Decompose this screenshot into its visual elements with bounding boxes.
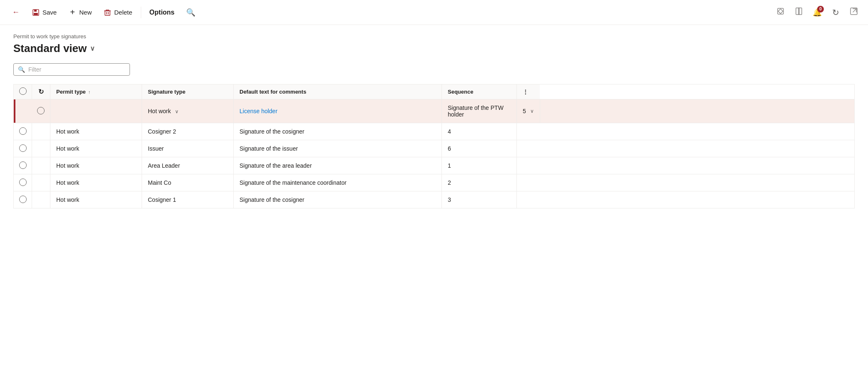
row-checkbox[interactable] <box>19 127 27 135</box>
row-checkbox[interactable] <box>19 196 27 203</box>
filter-input[interactable] <box>28 66 125 73</box>
row-checkbox-cell <box>14 157 32 174</box>
options-label: Options <box>150 9 175 16</box>
back-icon: ← <box>12 8 20 17</box>
new-label: New <box>79 9 92 16</box>
bell-button[interactable]: 🔔 0 <box>810 5 825 20</box>
svg-rect-2 <box>34 13 38 15</box>
row-permit-type: Hot work <box>50 123 142 140</box>
page-title-container[interactable]: Standard view ∨ <box>13 42 855 55</box>
row-more-cell <box>517 174 540 191</box>
row-checkbox[interactable] <box>37 107 45 114</box>
app-container: ← Save + New <box>0 0 868 382</box>
back-button[interactable]: ← <box>7 6 25 19</box>
th-checkbox <box>14 84 32 99</box>
external-link-button[interactable] <box>846 5 861 20</box>
page-title-text: Standard view <box>13 42 87 55</box>
row-permit-type: Hot work <box>50 157 142 174</box>
th-more[interactable]: ⋮ <box>517 84 540 99</box>
row-default-text: Signature of the PTW holder <box>442 99 517 123</box>
row-signature-link[interactable]: License holder <box>239 108 277 114</box>
table-row[interactable]: Hot workIssuerSignature of the issuer6 <box>14 140 855 157</box>
table-row[interactable]: Hot workArea LeaderSignature of the area… <box>14 157 855 174</box>
row-more-cell <box>517 191 540 208</box>
th-permit-type[interactable]: Permit type ↑ <box>50 84 142 99</box>
row-refresh-cell <box>50 99 142 123</box>
row-permit-type: Hot work ∨ <box>142 99 234 123</box>
refresh-icon: ↻ <box>832 7 839 17</box>
row-checkbox[interactable] <box>19 144 27 152</box>
book-button[interactable] <box>791 5 806 20</box>
diamond-button[interactable] <box>773 5 788 20</box>
row-sequence-chevron-icon[interactable]: ∨ <box>530 108 534 114</box>
row-sequence: 6 <box>442 140 517 157</box>
options-button[interactable]: Options <box>145 6 180 19</box>
svg-rect-3 <box>105 11 110 15</box>
row-default-text: Signature of the cosigner <box>234 191 442 208</box>
page-title-chevron-icon: ∨ <box>90 45 95 52</box>
th-refresh: ↻ <box>32 84 50 99</box>
row-more-cell <box>517 157 540 174</box>
delete-icon <box>103 8 112 17</box>
refresh-button[interactable]: ↻ <box>828 5 843 20</box>
row-signature-type[interactable]: License holder <box>234 99 442 123</box>
sort-up-icon: ↑ <box>88 89 91 94</box>
save-button[interactable]: Save <box>27 6 62 19</box>
save-label: Save <box>42 9 57 16</box>
notification-badge: 0 <box>817 6 824 12</box>
row-default-text: Signature of the area leader <box>234 157 442 174</box>
row-more-cell <box>517 140 540 157</box>
row-signature-type: Cosigner 1 <box>142 191 234 208</box>
delete-label: Delete <box>114 9 132 16</box>
new-button[interactable]: + New <box>63 6 97 19</box>
row-signature-type: Issuer <box>142 140 234 157</box>
row-checkbox[interactable] <box>19 179 27 186</box>
toolbar-left: ← Save + New <box>7 5 771 20</box>
row-permit-type: Hot work <box>50 174 142 191</box>
filter-box: 🔍 <box>13 63 130 76</box>
table-header-row: ↻ Permit type ↑ Signature type Default t… <box>14 84 855 99</box>
row-refresh-cell <box>32 157 50 174</box>
header-checkbox[interactable] <box>19 87 27 95</box>
svg-rect-1 <box>34 10 37 12</box>
page-content: Permit to work type signatures Standard … <box>0 25 868 382</box>
th-sequence-label: Sequence <box>448 89 473 95</box>
diamond-icon <box>776 7 785 18</box>
row-default-text: Signature of the issuer <box>234 140 442 157</box>
row-checkbox[interactable] <box>19 161 27 169</box>
row-permit-type: Hot work <box>50 191 142 208</box>
table-row[interactable]: Hot workCosigner 1Signature of the cosig… <box>14 191 855 208</box>
toolbar-right: 🔔 0 ↻ <box>773 5 861 20</box>
filter-search-icon: 🔍 <box>18 66 25 73</box>
table-row[interactable]: Hot workCosigner 2Signature of the cosig… <box>14 123 855 140</box>
table-row[interactable]: Hot workMaint CoSignature of the mainten… <box>14 174 855 191</box>
th-sequence: Sequence <box>442 84 517 99</box>
svg-rect-7 <box>798 8 802 15</box>
breadcrumb: Permit to work type signatures <box>13 33 855 40</box>
header-refresh-icon[interactable]: ↻ <box>32 88 50 96</box>
row-refresh-cell <box>32 123 50 140</box>
row-refresh-cell <box>32 191 50 208</box>
th-permit-type-label: Permit type <box>56 89 86 95</box>
row-refresh-cell <box>32 140 50 157</box>
row-checkbox-cell <box>32 99 50 123</box>
row-checkbox-cell <box>14 191 32 208</box>
th-default-text-label: Default text for comments <box>239 89 306 95</box>
data-table: ↻ Permit type ↑ Signature type Default t… <box>13 84 855 208</box>
toolbar-search-button[interactable]: 🔍 <box>181 5 200 20</box>
delete-button[interactable]: Delete <box>98 6 137 19</box>
toolbar-separator <box>141 7 141 18</box>
row-permit-type: Hot work <box>50 140 142 157</box>
row-checkbox-cell <box>14 140 32 157</box>
row-default-text: Signature of the maintenance coordinator <box>234 174 442 191</box>
row-signature-type: Area Leader <box>142 157 234 174</box>
th-default-text: Default text for comments <box>234 84 442 99</box>
row-signature-type: Maint Co <box>142 174 234 191</box>
row-expand-chevron-icon[interactable]: ∨ <box>173 109 178 114</box>
svg-rect-5 <box>778 9 783 13</box>
book-icon <box>794 7 803 18</box>
th-signature-type: Signature type <box>142 84 234 99</box>
table-row[interactable]: Hot work ∨License holderSignature of the… <box>14 99 855 123</box>
table-body: Hot work ∨License holderSignature of the… <box>14 99 855 208</box>
row-sequence: 2 <box>442 174 517 191</box>
